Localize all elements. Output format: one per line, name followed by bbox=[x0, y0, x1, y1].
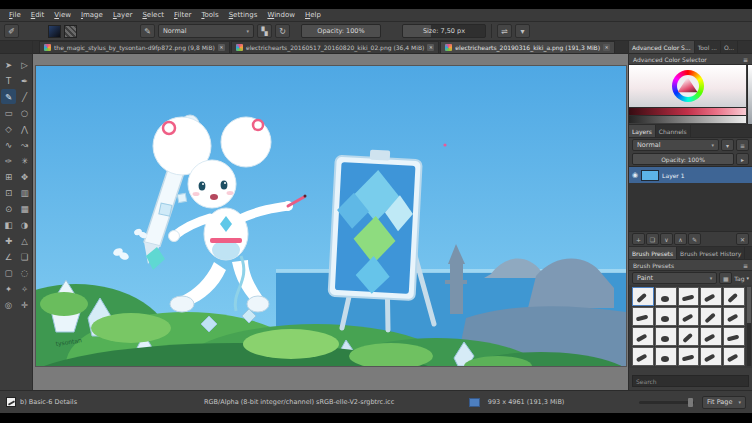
saturation-triangle[interactable] bbox=[678, 77, 698, 95]
transform-tool[interactable]: ⊞ bbox=[1, 169, 16, 184]
pan-tool[interactable]: ✛ bbox=[17, 297, 32, 312]
smart-patch-tool[interactable]: ✚ bbox=[1, 233, 16, 248]
close-icon[interactable]: ✕ bbox=[427, 44, 434, 51]
layer-filter-button[interactable]: ▾ bbox=[721, 139, 734, 151]
fill-tool[interactable]: ◧ bbox=[1, 217, 16, 232]
tab-tool-options[interactable]: Tool ... bbox=[695, 41, 721, 53]
edit-brush-settings-icon[interactable]: ✎ bbox=[140, 24, 155, 38]
brush-preset[interactable] bbox=[678, 287, 700, 306]
move-layer-up-button[interactable]: ∧ bbox=[674, 233, 687, 245]
layers-menu-button[interactable]: ≡ bbox=[736, 139, 749, 151]
tab-brush-preset-history[interactable]: Brush Preset History bbox=[677, 247, 745, 259]
mirror-icon[interactable]: ⇌ bbox=[497, 24, 512, 38]
brush-preset[interactable] bbox=[723, 287, 745, 306]
assistants-tool[interactable]: △ bbox=[17, 233, 32, 248]
opacity-slider[interactable]: Opacity: 100% bbox=[301, 24, 381, 38]
brush-preset[interactable] bbox=[655, 327, 677, 346]
edit-shapes-tool[interactable]: ▷ bbox=[17, 57, 32, 72]
brush-preset[interactable] bbox=[655, 347, 677, 366]
polygon-tool[interactable]: ◇ bbox=[1, 121, 16, 136]
tab-brush-presets[interactable]: Brush Presets bbox=[629, 247, 677, 259]
zoom-level-combo[interactable]: Fit Page ▾ bbox=[702, 396, 746, 409]
menu-window[interactable]: Window bbox=[262, 10, 300, 20]
zoom-slider[interactable] bbox=[639, 401, 694, 404]
tab-overview[interactable]: O... bbox=[721, 41, 738, 53]
move-tool[interactable]: ✥ bbox=[17, 169, 32, 184]
value-strip[interactable] bbox=[747, 65, 752, 124]
duplicate-layer-button[interactable]: ❏ bbox=[646, 233, 659, 245]
similar-color-selection-tool[interactable]: ✧ bbox=[17, 281, 32, 296]
brush-grid-scrollbar[interactable] bbox=[747, 287, 751, 366]
advanced-color-selector[interactable] bbox=[629, 65, 752, 125]
menu-edit[interactable]: Edit bbox=[26, 10, 50, 20]
brush-preset[interactable] bbox=[678, 347, 700, 366]
document-tab-2[interactable]: electrichearts_20160517_20160820_kiki_02… bbox=[231, 41, 439, 53]
color-shade-area[interactable] bbox=[629, 65, 746, 107]
brush-preset[interactable] bbox=[655, 287, 677, 306]
blend-mode-combo[interactable]: Normal ▾ bbox=[158, 24, 254, 38]
brush-preset[interactable] bbox=[655, 307, 677, 326]
brush-preset[interactable] bbox=[632, 327, 654, 346]
menu-settings[interactable]: Settings bbox=[224, 10, 263, 20]
shade-strip-red[interactable] bbox=[629, 107, 746, 115]
tag-label[interactable]: Tag ▾ bbox=[734, 275, 749, 282]
shade-strip-gray[interactable] bbox=[629, 115, 746, 123]
gradient-chooser[interactable] bbox=[48, 25, 61, 38]
elliptical-selection-tool[interactable]: ◌ bbox=[17, 265, 32, 280]
layer-row-1[interactable]: ◉ Layer 1 bbox=[629, 167, 752, 183]
canvas-area[interactable]: tysontan bbox=[33, 54, 628, 390]
brush-preset[interactable] bbox=[723, 347, 745, 366]
layer-blend-combo[interactable]: Normal ▾ bbox=[632, 139, 719, 151]
visibility-eye-icon[interactable]: ◉ bbox=[632, 171, 638, 179]
brush-preset[interactable] bbox=[632, 307, 654, 326]
select-shapes-tool[interactable]: ➤ bbox=[1, 57, 16, 72]
menu-select[interactable]: Select bbox=[137, 10, 169, 20]
canvas-artwork[interactable]: tysontan bbox=[36, 66, 626, 366]
freehand-path-tool[interactable]: ↝ bbox=[17, 137, 32, 152]
crop-tool[interactable]: ⊡ bbox=[1, 185, 16, 200]
layer-properties-button[interactable]: ✎ bbox=[688, 233, 701, 245]
line-tool[interactable]: ╱ bbox=[17, 89, 32, 104]
docker-settings-icon[interactable]: ≡ bbox=[743, 262, 748, 269]
brush-preset[interactable] bbox=[700, 287, 722, 306]
add-layer-button[interactable]: + bbox=[632, 233, 645, 245]
current-brush[interactable]: b) Basic-6 Details bbox=[6, 397, 196, 407]
menu-help[interactable]: Help bbox=[300, 10, 326, 20]
polyline-tool[interactable]: ⋀ bbox=[17, 121, 32, 136]
brush-preset[interactable] bbox=[700, 327, 722, 346]
menu-file[interactable]: File bbox=[4, 10, 26, 20]
rectangle-tool[interactable]: ▭ bbox=[1, 105, 16, 120]
layer-opacity-slider[interactable]: Opacity: 100% bbox=[632, 153, 734, 165]
brush-preset[interactable] bbox=[632, 347, 654, 366]
brush-preset[interactable] bbox=[723, 327, 745, 346]
brush-preset[interactable] bbox=[632, 287, 654, 306]
close-icon[interactable]: ✕ bbox=[603, 44, 610, 51]
pattern-editing-tool[interactable]: ▦ bbox=[17, 201, 32, 216]
delete-layer-button[interactable]: ✕ bbox=[736, 233, 749, 245]
brush-search-input[interactable] bbox=[632, 375, 749, 387]
size-slider[interactable]: Size: 7,50 px bbox=[402, 24, 486, 38]
text-tool[interactable]: T bbox=[1, 73, 16, 88]
preserve-alpha-icon[interactable]: ▚ bbox=[257, 24, 272, 38]
bezier-curve-tool[interactable]: ∿ bbox=[1, 137, 16, 152]
brush-preset[interactable] bbox=[700, 347, 722, 366]
menu-view[interactable]: View bbox=[49, 10, 76, 20]
brush-preset[interactable] bbox=[678, 307, 700, 326]
contiguous-selection-tool[interactable]: ✦ bbox=[1, 281, 16, 296]
dynamic-brush-tool[interactable]: ✑ bbox=[1, 153, 16, 168]
pattern-chooser[interactable] bbox=[64, 25, 77, 38]
rectangular-selection-tool[interactable]: ▢ bbox=[1, 265, 16, 280]
brush-tag-combo[interactable]: Paint ▾ bbox=[632, 272, 717, 284]
reference-images-tool[interactable]: ❏ bbox=[17, 249, 32, 264]
tab-layers[interactable]: Layers bbox=[629, 125, 656, 137]
color-sampler-tool[interactable]: ⊙ bbox=[1, 201, 16, 216]
zoom-tool[interactable]: ◎ bbox=[1, 297, 16, 312]
menu-filter[interactable]: Filter bbox=[169, 10, 196, 20]
tab-advanced-color-selector[interactable]: Advanced Color S... bbox=[629, 41, 695, 53]
brush-preset[interactable] bbox=[700, 307, 722, 326]
menu-tools[interactable]: Tools bbox=[196, 10, 223, 20]
brush-preset[interactable] bbox=[723, 307, 745, 326]
document-tab-1[interactable]: the_magic_stylus_by_tysontan-d9fp872.png… bbox=[39, 41, 230, 53]
document-tab-3[interactable]: electrichearts_20190316_kiki_a.png (191,… bbox=[440, 41, 615, 53]
colorize-mask-tool[interactable]: ◑ bbox=[17, 217, 32, 232]
